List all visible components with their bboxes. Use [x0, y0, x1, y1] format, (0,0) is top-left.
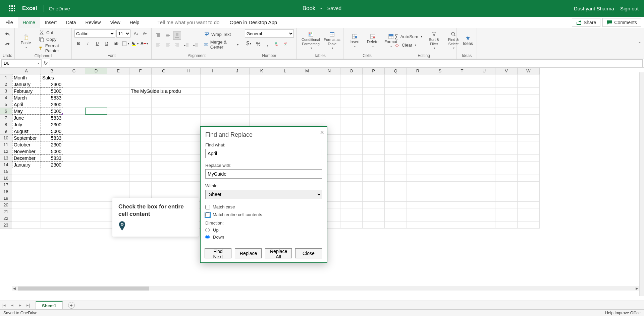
- cell[interactable]: [201, 74, 225, 81]
- cell[interactable]: [63, 74, 85, 81]
- cell[interactable]: [107, 175, 129, 182]
- cell[interactable]: [385, 222, 407, 229]
- cell[interactable]: [407, 208, 429, 215]
- cell[interactable]: 5833: [41, 94, 63, 101]
- cell[interactable]: [429, 202, 451, 208]
- cell[interactable]: [41, 175, 63, 182]
- cell[interactable]: [518, 135, 540, 141]
- cell[interactable]: [63, 135, 85, 141]
- cell[interactable]: [152, 168, 176, 175]
- cell[interactable]: [385, 141, 407, 148]
- clear-button[interactable]: Clear▾: [394, 42, 423, 48]
- cell[interactable]: [107, 81, 129, 88]
- column-header[interactable]: A: [12, 68, 41, 74]
- cell[interactable]: [429, 215, 451, 222]
- cell[interactable]: [225, 88, 250, 94]
- cell[interactable]: [63, 175, 85, 182]
- cell[interactable]: [12, 202, 41, 208]
- cell[interactable]: [340, 202, 363, 208]
- cell[interactable]: 5000: [41, 108, 63, 115]
- cell[interactable]: 5833: [41, 135, 63, 141]
- cell[interactable]: [451, 195, 473, 202]
- cell[interactable]: [129, 175, 152, 182]
- cell[interactable]: [152, 188, 176, 195]
- cell[interactable]: [451, 94, 473, 101]
- cell[interactable]: [12, 208, 41, 215]
- cell[interactable]: [176, 175, 201, 182]
- font-name-select[interactable]: Calibri: [74, 29, 115, 38]
- cell[interactable]: [340, 141, 363, 148]
- find-what-input[interactable]: [205, 149, 322, 158]
- row-header[interactable]: 13: [0, 155, 12, 162]
- menu-tab-insert[interactable]: Insert: [40, 17, 61, 28]
- percent-button[interactable]: %: [254, 40, 262, 48]
- cell[interactable]: [107, 188, 129, 195]
- cell[interactable]: [340, 101, 363, 108]
- cell[interactable]: [518, 81, 540, 88]
- cell[interactable]: [12, 195, 41, 202]
- column-header[interactable]: D: [85, 68, 107, 74]
- cell[interactable]: [495, 115, 518, 121]
- open-in-desktop[interactable]: Open in Desktop App: [229, 19, 277, 25]
- cell[interactable]: [429, 94, 451, 101]
- row-header[interactable]: 15: [0, 168, 12, 175]
- column-header[interactable]: Q: [385, 68, 407, 74]
- paste-button[interactable]: Paste▾: [17, 35, 34, 49]
- cell[interactable]: February: [12, 88, 41, 94]
- cell[interactable]: [407, 94, 429, 101]
- cell[interactable]: [85, 135, 107, 141]
- cell[interactable]: January: [12, 81, 41, 88]
- delete-cells-button[interactable]: Delete▾: [364, 34, 381, 48]
- cell[interactable]: [85, 202, 107, 208]
- cell[interactable]: [340, 215, 363, 222]
- cell[interactable]: [176, 94, 201, 101]
- cell[interactable]: [385, 182, 407, 188]
- replace-with-input[interactable]: [205, 169, 322, 179]
- cell[interactable]: [318, 115, 340, 121]
- column-header[interactable]: O: [340, 68, 363, 74]
- cell[interactable]: [63, 182, 85, 188]
- cell[interactable]: [340, 81, 363, 88]
- strikethrough-button[interactable]: ab: [112, 40, 120, 48]
- cell[interactable]: [107, 162, 129, 168]
- row-header[interactable]: 22: [0, 215, 12, 222]
- cell[interactable]: [429, 101, 451, 108]
- cell[interactable]: [495, 74, 518, 81]
- cell[interactable]: [41, 195, 63, 202]
- cell[interactable]: [274, 101, 296, 108]
- cell[interactable]: [107, 141, 129, 148]
- cell[interactable]: [473, 202, 495, 208]
- column-header[interactable]: I: [201, 68, 225, 74]
- cell[interactable]: [250, 101, 274, 108]
- cell[interactable]: May: [12, 108, 41, 115]
- cell[interactable]: September: [12, 135, 41, 141]
- cell[interactable]: [340, 88, 363, 94]
- cell[interactable]: [429, 168, 451, 175]
- cell[interactable]: [63, 168, 85, 175]
- column-header[interactable]: V: [495, 68, 518, 74]
- cell[interactable]: [85, 128, 107, 135]
- cell[interactable]: [473, 208, 495, 215]
- redo-button[interactable]: [3, 40, 11, 48]
- cell[interactable]: [176, 141, 201, 148]
- cell[interactable]: [495, 182, 518, 188]
- cell[interactable]: [85, 115, 107, 121]
- cell[interactable]: [129, 188, 152, 195]
- cell[interactable]: [407, 175, 429, 182]
- menu-tab-view[interactable]: View: [105, 17, 125, 28]
- cell[interactable]: [518, 94, 540, 101]
- cell[interactable]: [495, 101, 518, 108]
- row-header[interactable]: 21: [0, 208, 12, 215]
- find-next-button[interactable]: Find Next: [205, 248, 231, 258]
- row-header[interactable]: 8: [0, 121, 12, 128]
- cell[interactable]: [85, 162, 107, 168]
- cell[interactable]: Sales: [41, 74, 63, 81]
- cell[interactable]: [363, 208, 385, 215]
- cell[interactable]: October: [12, 141, 41, 148]
- cell[interactable]: [473, 121, 495, 128]
- cell[interactable]: [225, 94, 250, 101]
- cell[interactable]: December: [12, 155, 41, 162]
- cell[interactable]: [495, 215, 518, 222]
- cell[interactable]: [85, 168, 107, 175]
- cell[interactable]: [176, 121, 201, 128]
